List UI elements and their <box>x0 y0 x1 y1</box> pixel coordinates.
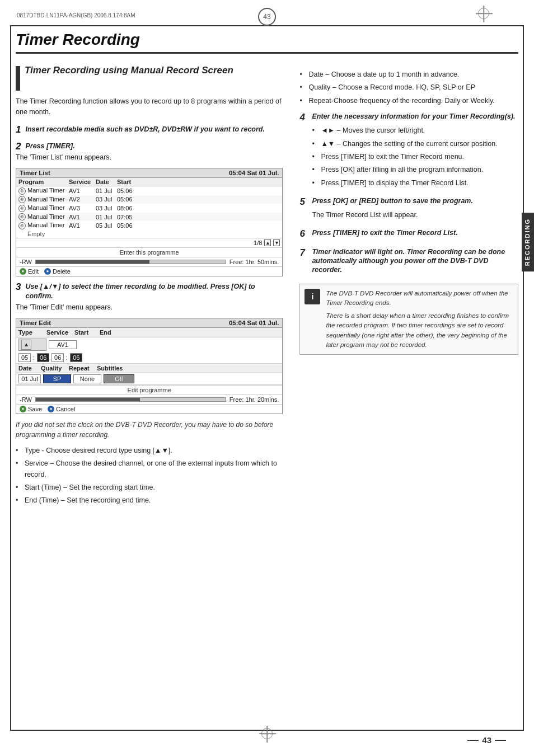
edit-type-cell: ▲ <box>18 339 46 351</box>
row-program: ®Manual Timer <box>18 196 69 204</box>
step4-bullet-1: ▲▼ – Changes the setting of the current … <box>312 139 518 149</box>
edit-date-cell: 01 Jul <box>18 374 41 383</box>
col-start: Start <box>117 179 138 185</box>
row-start: 05:06 <box>117 187 138 194</box>
step-7: 7 Timer indicator will light on. Timer R… <box>299 247 518 275</box>
timer-list-time: 05:04 Sat 01 Jul. <box>229 170 279 176</box>
section-heading-text: Timer Recording using Manual Record Scre… <box>25 65 233 76</box>
edit-quality-cell: SP <box>43 374 71 383</box>
step-2-sub: The 'Timer List' menu appears. <box>16 153 283 161</box>
row-start: 05:06 <box>117 222 138 229</box>
step-7-text: Timer indicator will light on. Timer Rec… <box>312 247 518 275</box>
step-7-header: 7 Timer indicator will light on. Timer R… <box>299 247 518 275</box>
recording-tab: RECORDING <box>522 213 534 271</box>
row-service: AV1 <box>69 222 96 229</box>
step-6-text: Press [TIMER] to exit the Timer Record L… <box>312 228 457 237</box>
step-3: 3 Use [▲/▼] to select the timer recordin… <box>16 282 283 311</box>
bullet-service: Service – Choose the desired channel, or… <box>16 458 283 480</box>
col-program: Program <box>18 179 69 185</box>
timer-list-title: Timer List <box>20 170 50 176</box>
delete-label: Delete <box>53 268 71 275</box>
two-col-layout: Timer Recording using Manual Record Scre… <box>16 65 518 512</box>
info-box: i The DVB-T DVD Recorder will automatica… <box>299 284 518 355</box>
time-sep2: : <box>66 354 68 361</box>
edit-btn[interactable]: ● Edit <box>20 268 39 275</box>
save-btn[interactable]: ● Save <box>20 406 42 412</box>
edit-media-bar: -RW Free: 1hr. 20mins. <box>16 395 282 404</box>
left-column: Timer Recording using Manual Record Scre… <box>16 65 283 512</box>
edit-col-service: Service <box>46 329 74 336</box>
row-icon: ® <box>18 222 26 229</box>
edit-subtitles-cell: Off <box>104 374 134 383</box>
intro-text: The Timer Recording function allows you … <box>16 96 283 118</box>
header-meta: 0817DTBD-LN11PA-AGN(GB) 2006.8.174:8AM <box>17 12 135 18</box>
row-start: 07:05 <box>117 214 138 220</box>
bullet-date: Date – Choose a date up to 1 month in ad… <box>299 69 518 80</box>
edit-repeat-cell: None <box>73 374 101 383</box>
page-number-top: 43 <box>258 8 276 26</box>
edit-col-end: End <box>100 329 125 336</box>
arrow-up[interactable]: ▲ <box>264 240 271 246</box>
end-hour: 06 <box>51 353 64 362</box>
cancel-label: Cancel <box>56 406 75 412</box>
row-program: ®Manual Timer <box>18 222 69 229</box>
row-service: AV1 <box>69 187 96 194</box>
edit-col-subtitles: Subtitles <box>97 365 128 372</box>
timer-enter-note: Enter this programme <box>16 247 282 257</box>
timer-edit-box: Timer Edit 05:04 Sat 01 Jul. Type Servic… <box>16 318 283 414</box>
cancel-circle-icon: ● <box>48 406 54 412</box>
progress-bar-fill <box>36 260 149 264</box>
crosshair-top-right <box>478 8 489 19</box>
save-circle-icon: ● <box>20 406 26 412</box>
timer-edit-time: 05:04 Sat 01 Jul. <box>229 320 279 326</box>
edit-progress-fill <box>36 398 140 401</box>
timer-list-box: Timer List 05:04 Sat 01 Jul. Program Ser… <box>16 168 283 276</box>
row-program: ®Manual Timer <box>18 204 69 212</box>
media-label: -RW <box>20 259 32 265</box>
type-icon: ▲ <box>21 340 31 350</box>
timer-edit-title: Timer Edit <box>20 320 51 326</box>
edit-label: Edit <box>28 268 39 275</box>
right-column: Date – Choose a date up to 1 month in ad… <box>299 65 518 512</box>
row-icon: ® <box>18 213 26 220</box>
edit-service-cell: AV1 <box>49 340 77 349</box>
arrow-down[interactable]: ▼ <box>273 240 280 246</box>
timer-footer: ● Edit ● Delete <box>16 266 282 276</box>
step-3-number: 3 <box>16 282 21 293</box>
row-service: AV3 <box>69 205 96 212</box>
page-border-right <box>523 25 524 731</box>
page-num-line-left <box>467 740 479 741</box>
right-bullets-top: Date – Choose a date up to 1 month in ad… <box>299 69 518 106</box>
row-service: AV2 <box>69 196 96 203</box>
delete-btn[interactable]: ● Delete <box>44 268 71 275</box>
step4-bullet-4: Press [TIMER] to display the Timer Recor… <box>312 178 518 189</box>
step-7-number: 7 <box>299 247 308 259</box>
step-4-bullets: ◄► – Moves the cursor left/right. ▲▼ – C… <box>312 125 518 189</box>
step-4: 4 Enter the necessary information for yo… <box>299 112 518 189</box>
row-icon: ® <box>18 187 26 195</box>
step-2-text: Press [TIMER]. <box>25 142 283 152</box>
table-row: ®Manual Timer AV1 05 Jul 05:06 <box>16 221 282 230</box>
row-date: 03 Jul <box>96 196 117 203</box>
info-bullet-1: There is a short delay when a timer reco… <box>326 311 513 350</box>
heading-bar-decoration <box>16 66 20 91</box>
table-row: ®Manual Timer AV1 01 Jul 05:06 <box>16 186 282 195</box>
step-1-number: 1 <box>16 125 21 135</box>
section-heading: Timer Recording using Manual Record Scre… <box>16 65 283 91</box>
save-label: Save <box>28 406 42 412</box>
edit-programme-note: Edit programme <box>16 385 282 395</box>
edit-col-repeat: Repeat <box>69 365 97 372</box>
edit-col-start: Start <box>74 329 100 336</box>
timer-empty-row: Empty <box>16 230 282 238</box>
step4-bullet-3: Press [OK] after filling in all the prog… <box>312 165 518 175</box>
edit-row2-labels: Date Quality Repeat Subtitles <box>16 364 282 373</box>
step-4-header: 4 Enter the necessary information for yo… <box>299 112 518 123</box>
cancel-btn[interactable]: ● Cancel <box>48 406 75 412</box>
timer-count: 1/8 ▲ ▼ <box>16 238 282 247</box>
timer-media-bar: -RW Free: 1hr. 50mins. <box>16 257 282 266</box>
bullet-quality: Quality – Choose a Record mode. HQ, SP, … <box>299 82 518 93</box>
page-border-left <box>10 25 11 731</box>
step-1-text: Insert recordable media such as DVD±R, D… <box>25 125 283 135</box>
step-2-number: 2 <box>16 142 21 152</box>
progress-bar <box>35 260 226 264</box>
